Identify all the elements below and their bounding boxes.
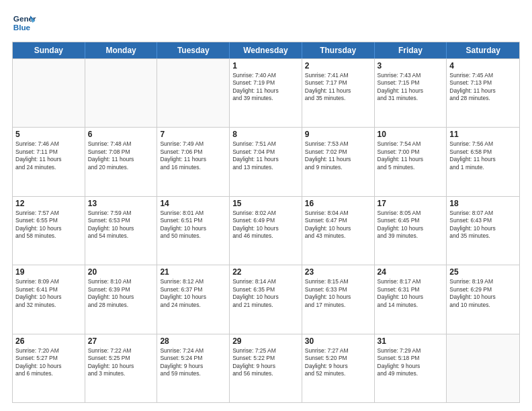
day-number: 25	[449, 267, 517, 277]
weekday-header-sunday: Sunday	[13, 42, 85, 58]
calendar-cell-3: 3Sunrise: 7:43 AM Sunset: 7:15 PM Daylig…	[375, 59, 447, 127]
calendar-cell-6: 6Sunrise: 7:48 AM Sunset: 7:08 PM Daylig…	[85, 128, 158, 195]
day-number: 31	[378, 336, 444, 346]
calendar-cell-9: 9Sunrise: 7:53 AM Sunset: 7:02 PM Daylig…	[302, 128, 375, 195]
day-number: 15	[232, 199, 299, 208]
calendar-cell-10: 10Sunrise: 7:54 AM Sunset: 7:00 PM Dayli…	[375, 128, 447, 195]
calendar-cell-12: 12Sunrise: 7:57 AM Sunset: 6:55 PM Dayli…	[13, 197, 85, 265]
day-number: 30	[305, 336, 371, 346]
day-info: Sunrise: 7:24 AM Sunset: 5:24 PM Dayligh…	[160, 347, 226, 378]
day-info: Sunrise: 7:29 AM Sunset: 5:18 PM Dayligh…	[378, 347, 444, 378]
day-info: Sunrise: 7:54 AM Sunset: 7:00 PM Dayligh…	[378, 140, 444, 171]
calendar-cell-18: 18Sunrise: 8:07 AM Sunset: 6:43 PM Dayli…	[447, 197, 519, 265]
day-number: 28	[160, 336, 226, 346]
day-info: Sunrise: 7:43 AM Sunset: 7:15 PM Dayligh…	[378, 72, 444, 103]
calendar-cell-13: 13Sunrise: 7:59 AM Sunset: 6:53 PM Dayli…	[85, 197, 158, 265]
day-number: 10	[378, 130, 444, 139]
day-number: 27	[88, 336, 154, 346]
day-info: Sunrise: 7:45 AM Sunset: 7:13 PM Dayligh…	[449, 72, 517, 103]
day-info: Sunrise: 8:10 AM Sunset: 6:39 PM Dayligh…	[88, 278, 154, 309]
day-number: 29	[232, 336, 299, 346]
calendar-row-5: 26Sunrise: 7:20 AM Sunset: 5:27 PM Dayli…	[13, 334, 519, 402]
calendar-header: SundayMondayTuesdayWednesdayThursdayFrid…	[13, 42, 519, 58]
calendar-cell-25: 25Sunrise: 8:19 AM Sunset: 6:29 PM Dayli…	[447, 265, 519, 333]
page: General Blue SundayMondayTuesdayWednesda…	[0, 0, 532, 411]
day-number: 24	[378, 267, 444, 277]
calendar-cell-23: 23Sunrise: 8:15 AM Sunset: 6:33 PM Dayli…	[302, 265, 375, 333]
calendar-cell-29: 29Sunrise: 7:25 AM Sunset: 5:22 PM Dayli…	[230, 334, 302, 402]
day-info: Sunrise: 8:09 AM Sunset: 6:41 PM Dayligh…	[15, 278, 82, 309]
weekday-header-tuesday: Tuesday	[157, 42, 230, 58]
day-info: Sunrise: 7:27 AM Sunset: 5:20 PM Dayligh…	[305, 347, 371, 378]
calendar-row-2: 5Sunrise: 7:46 AM Sunset: 7:11 PM Daylig…	[13, 127, 519, 195]
day-number: 17	[378, 199, 444, 208]
day-number: 22	[232, 267, 299, 277]
calendar-body: 1Sunrise: 7:40 AM Sunset: 7:19 PM Daylig…	[13, 58, 519, 402]
calendar-cell-22: 22Sunrise: 8:14 AM Sunset: 6:35 PM Dayli…	[230, 265, 302, 333]
day-info: Sunrise: 8:05 AM Sunset: 6:45 PM Dayligh…	[378, 210, 444, 240]
day-info: Sunrise: 7:40 AM Sunset: 7:19 PM Dayligh…	[232, 72, 299, 103]
calendar-row-1: 1Sunrise: 7:40 AM Sunset: 7:19 PM Daylig…	[13, 58, 519, 127]
logo-icon: General Blue	[12, 11, 36, 35]
calendar-cell-4: 4Sunrise: 7:45 AM Sunset: 7:13 PM Daylig…	[447, 59, 519, 127]
day-info: Sunrise: 7:25 AM Sunset: 5:22 PM Dayligh…	[232, 347, 299, 378]
day-number: 8	[232, 130, 299, 139]
day-number: 16	[305, 199, 371, 208]
calendar-cell-16: 16Sunrise: 8:04 AM Sunset: 6:47 PM Dayli…	[302, 197, 375, 265]
day-info: Sunrise: 7:22 AM Sunset: 5:25 PM Dayligh…	[88, 347, 154, 378]
day-info: Sunrise: 7:51 AM Sunset: 7:04 PM Dayligh…	[232, 140, 299, 171]
day-info: Sunrise: 8:04 AM Sunset: 6:47 PM Dayligh…	[305, 210, 371, 240]
day-number: 12	[15, 199, 82, 208]
day-number: 20	[88, 267, 154, 277]
calendar-cell-31: 31Sunrise: 7:29 AM Sunset: 5:18 PM Dayli…	[375, 334, 447, 402]
header: General Blue	[12, 11, 520, 35]
day-info: Sunrise: 7:53 AM Sunset: 7:02 PM Dayligh…	[305, 140, 371, 171]
calendar-cell-24: 24Sunrise: 8:17 AM Sunset: 6:31 PM Dayli…	[375, 265, 447, 333]
day-info: Sunrise: 7:56 AM Sunset: 6:58 PM Dayligh…	[449, 140, 517, 171]
day-info: Sunrise: 8:19 AM Sunset: 6:29 PM Dayligh…	[449, 278, 517, 309]
day-number: 23	[305, 267, 371, 277]
day-info: Sunrise: 7:20 AM Sunset: 5:27 PM Dayligh…	[15, 347, 82, 378]
day-number: 4	[449, 61, 517, 71]
day-info: Sunrise: 8:14 AM Sunset: 6:35 PM Dayligh…	[232, 278, 299, 309]
calendar-cell-7: 7Sunrise: 7:49 AM Sunset: 7:06 PM Daylig…	[157, 128, 230, 195]
day-number: 11	[449, 130, 517, 139]
day-number: 9	[305, 130, 371, 139]
day-info: Sunrise: 8:01 AM Sunset: 6:51 PM Dayligh…	[160, 210, 226, 240]
day-info: Sunrise: 8:17 AM Sunset: 6:31 PM Dayligh…	[378, 278, 444, 309]
calendar-cell-2: 2Sunrise: 7:41 AM Sunset: 7:17 PM Daylig…	[302, 59, 375, 127]
day-number: 18	[449, 199, 517, 208]
calendar-cell-empty	[13, 59, 85, 127]
calendar-cell-19: 19Sunrise: 8:09 AM Sunset: 6:41 PM Dayli…	[13, 265, 85, 333]
weekday-header-thursday: Thursday	[302, 42, 375, 58]
calendar-cell-17: 17Sunrise: 8:05 AM Sunset: 6:45 PM Dayli…	[375, 197, 447, 265]
weekday-header-wednesday: Wednesday	[230, 42, 302, 58]
calendar-cell-empty	[85, 59, 158, 127]
day-info: Sunrise: 8:12 AM Sunset: 6:37 PM Dayligh…	[160, 278, 226, 309]
day-number: 6	[88, 130, 154, 139]
calendar: SundayMondayTuesdayWednesdayThursdayFrid…	[12, 42, 520, 403]
day-info: Sunrise: 8:02 AM Sunset: 6:49 PM Dayligh…	[232, 210, 299, 240]
calendar-cell-26: 26Sunrise: 7:20 AM Sunset: 5:27 PM Dayli…	[13, 334, 85, 402]
calendar-cell-1: 1Sunrise: 7:40 AM Sunset: 7:19 PM Daylig…	[230, 59, 302, 127]
calendar-cell-14: 14Sunrise: 8:01 AM Sunset: 6:51 PM Dayli…	[157, 197, 230, 265]
logo: General Blue	[12, 11, 39, 35]
day-number: 7	[160, 130, 226, 139]
day-number: 1	[232, 61, 299, 71]
weekday-header-friday: Friday	[375, 42, 447, 58]
calendar-row-3: 12Sunrise: 7:57 AM Sunset: 6:55 PM Dayli…	[13, 196, 519, 265]
day-info: Sunrise: 7:48 AM Sunset: 7:08 PM Dayligh…	[88, 140, 154, 171]
day-info: Sunrise: 7:41 AM Sunset: 7:17 PM Dayligh…	[305, 72, 371, 103]
calendar-cell-30: 30Sunrise: 7:27 AM Sunset: 5:20 PM Dayli…	[302, 334, 375, 402]
day-info: Sunrise: 7:46 AM Sunset: 7:11 PM Dayligh…	[15, 140, 82, 171]
day-number: 3	[378, 61, 444, 71]
day-info: Sunrise: 8:15 AM Sunset: 6:33 PM Dayligh…	[305, 278, 371, 309]
calendar-cell-21: 21Sunrise: 8:12 AM Sunset: 6:37 PM Dayli…	[157, 265, 230, 333]
calendar-cell-27: 27Sunrise: 7:22 AM Sunset: 5:25 PM Dayli…	[85, 334, 158, 402]
day-info: Sunrise: 7:57 AM Sunset: 6:55 PM Dayligh…	[15, 210, 82, 240]
calendar-cell-8: 8Sunrise: 7:51 AM Sunset: 7:04 PM Daylig…	[230, 128, 302, 195]
calendar-cell-empty	[447, 334, 519, 402]
day-number: 13	[88, 199, 154, 208]
day-info: Sunrise: 7:59 AM Sunset: 6:53 PM Dayligh…	[88, 210, 154, 240]
calendar-cell-11: 11Sunrise: 7:56 AM Sunset: 6:58 PM Dayli…	[447, 128, 519, 195]
